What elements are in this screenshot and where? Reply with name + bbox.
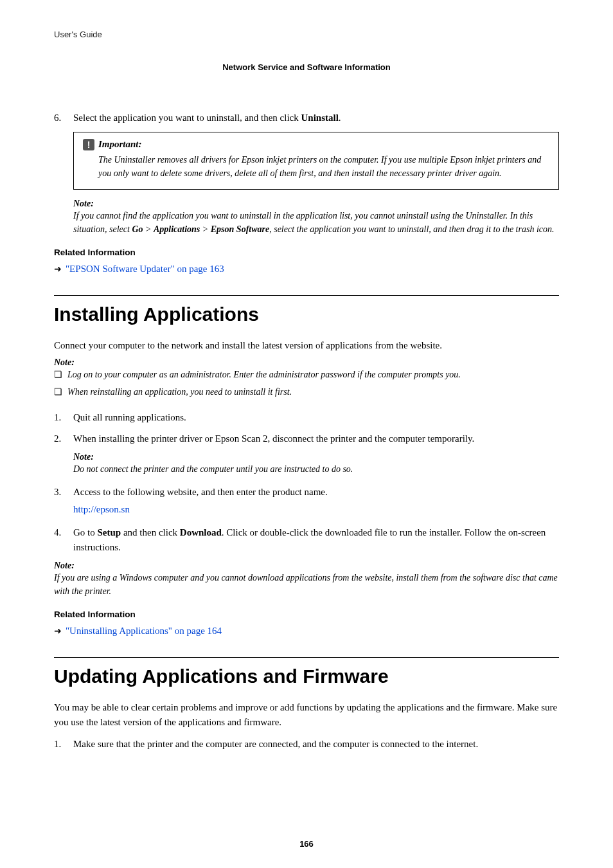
header-section: Network Service and Software Information: [54, 62, 559, 72]
related-link-row: ➜ "Uninstalling Applications" on page 16…: [54, 626, 559, 637]
install-step-2-note: Note: Do not connect the printer and the…: [73, 452, 559, 476]
install-step-2: 2. When installing the printer driver or…: [54, 431, 559, 446]
note-block-1: Note: If you cannot find the application…: [73, 199, 559, 236]
checkbox-icon: ❏: [54, 385, 62, 399]
note-text: If you cannot find the application you w…: [73, 209, 559, 236]
note-label: Note:: [54, 357, 559, 368]
note-text: Do not connect the printer and the compu…: [73, 462, 559, 476]
install-step-4: 4. Go to Setup and then click Download. …: [54, 525, 559, 554]
install-step-3: 3. Access to the following website, and …: [54, 485, 559, 516]
check-text: When reinstalling an application, you ne…: [67, 385, 292, 399]
related-link-row: ➜ "EPSON Software Updater" on page 163: [54, 264, 559, 275]
checklist-item: ❏ When reinstalling an application, you …: [54, 385, 559, 399]
step-text: Go to Setup and then click Download. Cli…: [73, 525, 559, 554]
step-number: 3.: [54, 485, 64, 516]
header-guide: User's Guide: [54, 30, 559, 39]
important-text: The Uninstaller removes all drivers for …: [98, 153, 547, 180]
arrow-icon: ➜: [54, 264, 62, 275]
note-label: Note:: [73, 199, 559, 209]
step-text: When installing the printer driver or Ep…: [73, 431, 474, 446]
step-text: Make sure that the printer and the compu…: [73, 737, 478, 752]
important-callout: ! Important: The Uninstaller removes all…: [73, 132, 559, 190]
related-info-heading: Related Information: [54, 248, 559, 257]
intro-installing: Connect your computer to the network and…: [54, 338, 559, 353]
related-info-heading: Related Information: [54, 610, 559, 619]
checklist-item: ❏ Log on to your computer as an administ…: [54, 368, 559, 381]
related-link-uninstalling[interactable]: "Uninstalling Applications" on page 164: [66, 626, 222, 637]
note-label: Note:: [73, 452, 559, 462]
arrow-icon: ➜: [54, 626, 62, 637]
step-text: Select the application you want to unins…: [73, 111, 341, 125]
step-number: 2.: [54, 431, 64, 446]
heading-installing: Installing Applications: [54, 295, 559, 325]
important-label: Important:: [98, 139, 142, 150]
step-6: 6. Select the application you want to un…: [54, 111, 559, 125]
checkbox-icon: ❏: [54, 368, 62, 381]
important-icon: !: [83, 139, 94, 150]
note-block-2: Note: ❏ Log on to your computer as an ad…: [54, 357, 559, 399]
check-text: Log on to your computer as an administra…: [67, 368, 461, 381]
step-number: 4.: [54, 525, 64, 554]
update-step-1: 1. Make sure that the printer and the co…: [54, 737, 559, 752]
heading-updating: Updating Applications and Firmware: [54, 657, 559, 687]
note-text: If you are using a Windows computer and …: [54, 571, 559, 598]
step-text: Quit all running applications.: [73, 410, 186, 425]
step-number: 1.: [54, 410, 64, 425]
step-number: 1.: [54, 737, 64, 752]
intro-updating: You may be able to clear certain problem…: [54, 700, 559, 729]
epson-sn-link[interactable]: http://epson.sn: [73, 502, 328, 517]
step-number: 6.: [54, 111, 64, 125]
install-step-1: 1. Quit all running applications.: [54, 410, 559, 425]
related-link-updater[interactable]: "EPSON Software Updater" on page 163: [66, 264, 224, 275]
note-label: Note:: [54, 561, 559, 571]
note-block-3: Note: If you are using a Windows compute…: [54, 561, 559, 598]
page-number: 166: [0, 839, 613, 849]
step-text: Access to the following website, and the…: [73, 485, 328, 516]
